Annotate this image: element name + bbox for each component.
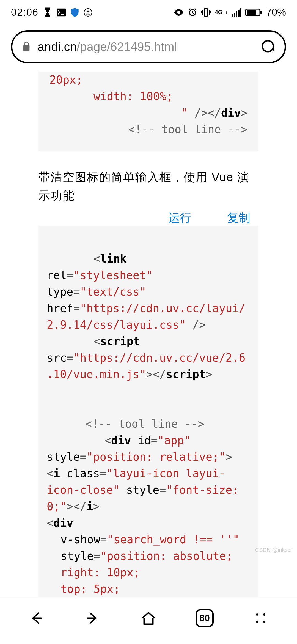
home-button[interactable] (138, 607, 160, 629)
action-row: 运行 复制 (38, 210, 258, 226)
url-text: andi.cn/page/621495.html (38, 40, 254, 54)
battery-icon (245, 8, 262, 17)
svg-point-17 (263, 613, 265, 616)
code-block-2: <link rel="stylesheet" type="text/css" h… (38, 226, 258, 597)
circle-m-icon: M京东 (84, 8, 92, 17)
description-text: 带清空图标的简单输入框，使用 Vue 演示功能 (38, 168, 258, 205)
svg-rect-8 (236, 11, 237, 17)
svg-rect-10 (240, 8, 241, 17)
shield-icon (71, 8, 79, 17)
run-link[interactable]: 运行 (168, 210, 191, 226)
code-block-1: 20px; width: 100%; " /></div> <!-- tool … (38, 72, 258, 151)
eye-icon (174, 9, 184, 16)
signal-icon (232, 8, 241, 17)
tab-count: 80 (196, 609, 214, 627)
svg-point-16 (256, 613, 258, 616)
svg-rect-0 (57, 9, 66, 16)
vibrate-icon (201, 8, 211, 17)
url-bar-container: andi.cn/page/621495.html (0, 25, 297, 72)
forward-button[interactable] (81, 607, 103, 629)
bottom-nav: 80 (0, 597, 297, 644)
watermark: CSDN @inksci (255, 547, 292, 553)
svg-point-15 (262, 41, 273, 52)
svg-rect-14 (23, 45, 30, 51)
status-time: 02:06 (11, 7, 38, 18)
back-button[interactable] (25, 607, 47, 629)
copy-link[interactable]: 复制 (227, 210, 250, 226)
svg-point-18 (256, 621, 258, 623)
network-icon: 4G↑↓ (215, 9, 228, 15)
svg-rect-12 (247, 10, 256, 15)
svg-rect-6 (232, 14, 233, 17)
svg-point-19 (263, 621, 265, 623)
menu-button[interactable] (250, 607, 272, 629)
svg-text:M: M (87, 10, 89, 13)
svg-text:京东: 京东 (86, 13, 90, 15)
hourglass-icon (43, 7, 52, 17)
status-bar: 02:06 M京东 4G↑↓ 70% (0, 0, 297, 25)
svg-rect-5 (204, 9, 208, 16)
battery-percent: 70% (266, 7, 286, 18)
svg-rect-9 (238, 10, 240, 17)
tabs-button[interactable]: 80 (194, 607, 216, 629)
reload-icon[interactable] (261, 39, 275, 54)
url-bar[interactable]: andi.cn/page/621495.html (11, 30, 286, 63)
page-content[interactable]: 20px; width: 100%; " /></div> <!-- tool … (0, 72, 297, 603)
svg-rect-7 (234, 13, 235, 17)
lock-icon (22, 41, 31, 53)
terminal-icon (57, 8, 66, 17)
alarm-icon (188, 8, 197, 17)
svg-rect-13 (260, 11, 262, 14)
